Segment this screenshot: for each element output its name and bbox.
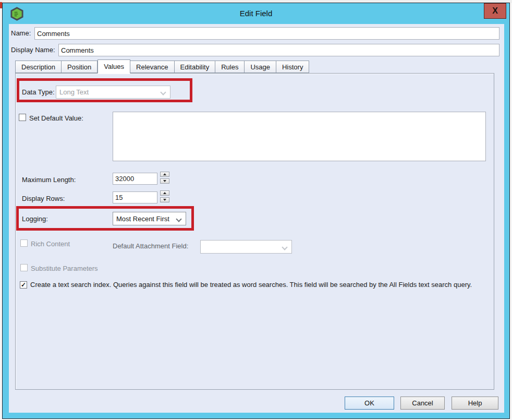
maximum-length-spinner <box>160 172 169 184</box>
rich-content-label: Rich Content <box>31 240 70 248</box>
substitute-parameters-checkbox <box>20 264 28 271</box>
annotation-highlight-data-type <box>17 78 192 102</box>
chevron-down-icon <box>282 244 287 250</box>
display-rows-label: Display Rows: <box>22 195 65 202</box>
arrow-down-icon <box>163 199 166 201</box>
cancel-button[interactable]: Cancel <box>400 397 445 410</box>
screen: Edit Field X Name: Display Name: Descrip… <box>0 0 512 420</box>
default-attachment-field-dropdown <box>200 240 292 254</box>
ok-button[interactable]: OK <box>345 397 394 410</box>
edit-field-dialog: Edit Field X Name: Display Name: Descrip… <box>2 3 510 419</box>
title-bar[interactable]: Edit Field X <box>3 3 509 24</box>
tab-values[interactable]: Values <box>97 59 130 74</box>
set-default-value-label: Set Default Value: <box>29 114 83 122</box>
tab-usage[interactable]: Usage <box>245 61 276 73</box>
substitute-parameters-label: Substitute Parameters <box>31 265 98 272</box>
rich-content-checkbox <box>20 239 28 247</box>
annotation-highlight-logging <box>16 206 194 231</box>
tab-history[interactable]: History <box>276 61 309 73</box>
tab-editability[interactable]: Editability <box>175 61 216 73</box>
spinner-up-button[interactable] <box>160 172 169 177</box>
arrow-down-icon <box>163 180 166 182</box>
spinner-up-button[interactable] <box>160 190 169 196</box>
dialog-title: Edit Field <box>3 3 509 24</box>
values-tab-panel: Data Type: Long Text Set Default Value: … <box>15 73 494 390</box>
arrow-up-icon <box>163 192 166 194</box>
tab-rules[interactable]: Rules <box>215 61 245 73</box>
spinner-down-button[interactable] <box>160 197 169 202</box>
display-rows-input[interactable] <box>113 191 157 203</box>
dialog-body: Name: Display Name: Description Position… <box>9 24 504 413</box>
display-name-input[interactable] <box>58 44 499 56</box>
display-rows-spinner <box>160 190 169 202</box>
search-index-checkbox[interactable]: ✓ <box>20 281 27 289</box>
maximum-length-input[interactable] <box>113 173 157 185</box>
close-button[interactable]: X <box>484 3 506 19</box>
tab-position[interactable]: Position <box>62 61 97 73</box>
help-button[interactable]: Help <box>452 397 498 410</box>
tab-relevance[interactable]: Relevance <box>130 61 174 73</box>
name-label: Name: <box>11 29 31 37</box>
search-index-label: Create a text search index. Queries agai… <box>30 280 485 289</box>
tab-description[interactable]: Description <box>15 61 62 73</box>
tab-strip: Description Position Values Relevance Ed… <box>15 59 309 73</box>
maximum-length-label: Maximum Length: <box>22 176 76 184</box>
default-attachment-field-label: Default Attachment Field: <box>113 242 188 250</box>
arrow-up-icon <box>163 173 166 175</box>
name-input[interactable] <box>34 27 499 40</box>
display-name-label: Display Name: <box>11 46 55 54</box>
default-value-textarea[interactable] <box>113 112 486 161</box>
set-default-value-checkbox[interactable] <box>19 114 26 121</box>
spinner-down-button[interactable] <box>160 178 169 184</box>
